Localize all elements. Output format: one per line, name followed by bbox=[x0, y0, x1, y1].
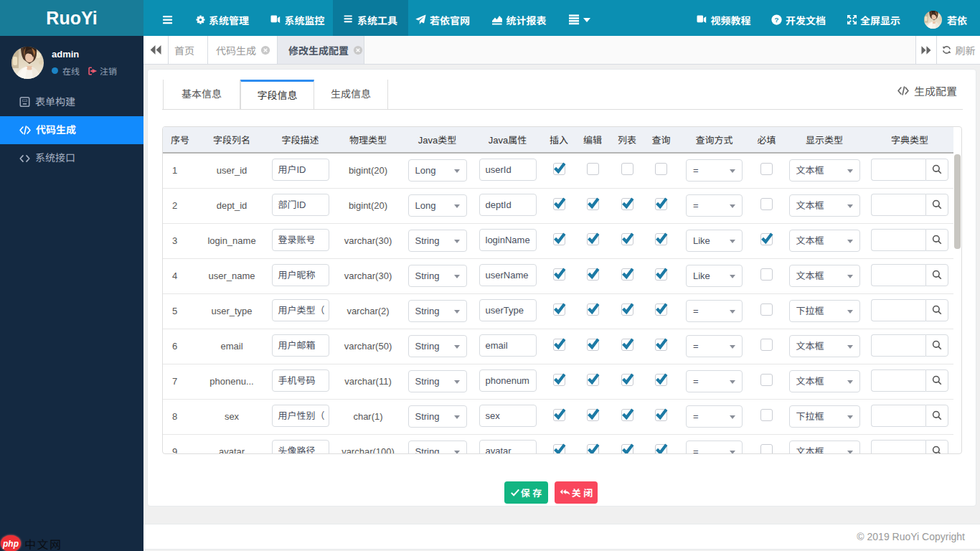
svg-text:?: ? bbox=[774, 16, 778, 24]
